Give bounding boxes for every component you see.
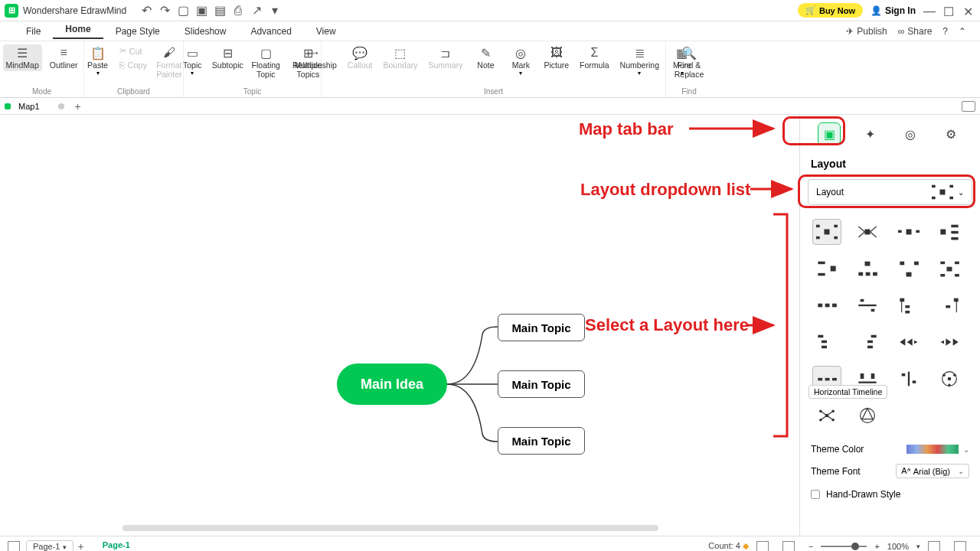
new-icon[interactable]: ▢ bbox=[177, 5, 189, 17]
menu-advanced[interactable]: Advanced bbox=[238, 26, 303, 37]
panel-tab-theme[interactable]: ◎ bbox=[899, 122, 922, 145]
layout-opt-11[interactable] bbox=[894, 292, 923, 318]
layout-opt-15[interactable] bbox=[894, 329, 923, 355]
subtopic-button[interactable]: ⊟Subtopic bbox=[212, 44, 243, 80]
save-icon[interactable]: ▤ bbox=[214, 5, 226, 17]
redo-icon[interactable]: ↷ bbox=[158, 5, 171, 17]
layout-opt-3[interactable] bbox=[894, 219, 923, 245]
menu-view[interactable]: View bbox=[304, 26, 348, 37]
layout-opt-6[interactable] bbox=[853, 256, 882, 282]
page-tab[interactable]: Page-1 bbox=[103, 540, 130, 552]
numbering-button[interactable]: ≣Numbering▾ bbox=[617, 44, 662, 78]
menu-file[interactable]: File bbox=[14, 26, 53, 37]
zoom-slider[interactable] bbox=[821, 546, 867, 547]
hand-drawn-checkbox[interactable] bbox=[811, 490, 820, 499]
cut-button[interactable]: ✂ Cut bbox=[118, 44, 149, 57]
sign-in-button[interactable]: 👤 Sign In bbox=[871, 5, 916, 16]
svg-rect-66 bbox=[901, 373, 905, 377]
layout-opt-1[interactable] bbox=[812, 219, 841, 245]
formula-button[interactable]: ΣFormula bbox=[577, 44, 612, 78]
chevron-down-icon: ⌄ bbox=[958, 467, 964, 475]
layout-opt-17[interactable]: Horizontal Timeline bbox=[812, 366, 841, 392]
outline-view-icon[interactable] bbox=[8, 541, 20, 552]
note-button[interactable]: ✎Note bbox=[470, 44, 501, 78]
svg-rect-63 bbox=[861, 373, 864, 379]
layout-opt-9[interactable] bbox=[812, 292, 841, 318]
close-icon[interactable]: ✕ bbox=[963, 5, 975, 17]
find-replace-button[interactable]: 🔍Find & Replace bbox=[671, 44, 707, 80]
layout-opt-8[interactable] bbox=[935, 256, 964, 282]
menu-page-style[interactable]: Page Style bbox=[103, 26, 172, 37]
qat-more-icon[interactable]: ▾ bbox=[269, 5, 281, 17]
minimize-icon[interactable]: — bbox=[923, 5, 936, 17]
maximize-icon[interactable]: ☐ bbox=[943, 5, 956, 17]
export-icon[interactable]: ↗ bbox=[250, 5, 263, 17]
buy-label: Buy Now bbox=[819, 6, 855, 15]
layout-opt-21[interactable] bbox=[812, 403, 841, 429]
mindmap-mode-button[interactable]: ☰MindMap bbox=[3, 44, 42, 71]
layout-opt-20[interactable] bbox=[935, 366, 964, 392]
layout-opt-19[interactable] bbox=[894, 366, 923, 392]
mark-button[interactable]: ◎Mark▾ bbox=[505, 44, 536, 78]
floating-topic-button[interactable]: ▢Floating Topic bbox=[247, 44, 284, 80]
theme-color-row[interactable]: Theme Color ⌄ bbox=[800, 439, 980, 459]
view-mode-1-icon[interactable] bbox=[756, 541, 769, 552]
topic-button[interactable]: ▭Topic▾ bbox=[177, 44, 207, 80]
canvas[interactable]: Main Idea Main Topic Main Topic Main Top… bbox=[0, 115, 799, 536]
layout-opt-7[interactable] bbox=[894, 256, 923, 282]
add-page-button[interactable]: + bbox=[78, 540, 84, 552]
outliner-icon: ≡ bbox=[56, 46, 71, 60]
publish-button[interactable]: ✈ Publish bbox=[846, 26, 887, 37]
fit-screen-icon[interactable] bbox=[928, 541, 940, 552]
zoom-value: 100% bbox=[887, 542, 909, 551]
layout-opt-10[interactable] bbox=[853, 292, 882, 318]
buy-now-button[interactable]: 🛒 Buy Now bbox=[798, 3, 863, 18]
svg-rect-37 bbox=[955, 262, 959, 265]
zoom-out-button[interactable]: − bbox=[808, 542, 813, 551]
layout-opt-5[interactable] bbox=[812, 256, 841, 282]
share-button[interactable]: ∞ Share bbox=[898, 26, 933, 37]
panel-toggle-icon[interactable] bbox=[962, 101, 975, 112]
help-icon[interactable]: ? bbox=[942, 26, 948, 37]
svg-rect-31 bbox=[873, 272, 877, 276]
zoom-in-button[interactable]: + bbox=[874, 542, 879, 551]
layout-opt-16[interactable] bbox=[935, 329, 964, 355]
panel-tab-style[interactable]: ✦ bbox=[858, 122, 881, 145]
layout-opt-2[interactable] bbox=[853, 219, 882, 245]
doc-tab-name[interactable]: Map1 bbox=[14, 102, 44, 111]
open-icon[interactable]: ▣ bbox=[195, 5, 207, 17]
theme-font-select[interactable]: Aᵃ Arial (Big)⌄ bbox=[896, 464, 969, 478]
layout-opt-13[interactable] bbox=[812, 329, 841, 355]
relationship-icon: ↔ bbox=[307, 46, 322, 60]
layout-tooltip: Horizontal Timeline bbox=[808, 385, 887, 399]
outliner-mode-button[interactable]: ≡Outliner bbox=[47, 44, 81, 71]
page-selector[interactable]: Page-1 ▾ bbox=[26, 540, 74, 552]
copy-button[interactable]: ⎘ Copy bbox=[118, 59, 149, 71]
view-mode-2-icon[interactable] bbox=[782, 541, 795, 552]
layout-opt-14[interactable] bbox=[853, 329, 882, 355]
topic-icon: ▭ bbox=[185, 46, 200, 60]
collapse-ribbon-icon[interactable]: ⌃ bbox=[959, 26, 966, 37]
panel-tab-settings[interactable]: ⚙ bbox=[939, 122, 962, 145]
picture-button[interactable]: 🖼Picture bbox=[541, 44, 572, 78]
svg-rect-21 bbox=[940, 230, 946, 235]
theme-font-row[interactable]: Theme Font Aᵃ Arial (Big)⌄ bbox=[800, 459, 980, 483]
summary-button[interactable]: ⊐Summary bbox=[425, 44, 466, 78]
layout-opt-4[interactable] bbox=[935, 219, 964, 245]
paste-button[interactable]: 📋Paste▾ bbox=[83, 44, 113, 80]
horizontal-scrollbar[interactable] bbox=[122, 525, 658, 531]
svg-line-14 bbox=[859, 227, 865, 232]
undo-icon[interactable]: ↶ bbox=[140, 5, 152, 17]
fullscreen-icon[interactable] bbox=[954, 541, 966, 552]
new-tab-button[interactable]: + bbox=[72, 100, 84, 112]
layout-opt-12[interactable] bbox=[935, 292, 964, 318]
relationship-button[interactable]: ↔Relationship bbox=[289, 44, 340, 78]
svg-rect-10 bbox=[816, 236, 820, 240]
menu-slideshow[interactable]: Slideshow bbox=[172, 26, 239, 37]
print-icon[interactable]: ⎙ bbox=[232, 5, 244, 17]
boundary-button[interactable]: ⬚Boundary bbox=[381, 44, 421, 78]
menu-home[interactable]: Home bbox=[53, 24, 103, 39]
svg-rect-12 bbox=[834, 236, 838, 240]
callout-button[interactable]: 💬Callout bbox=[345, 44, 376, 78]
layout-opt-22[interactable] bbox=[853, 403, 882, 429]
